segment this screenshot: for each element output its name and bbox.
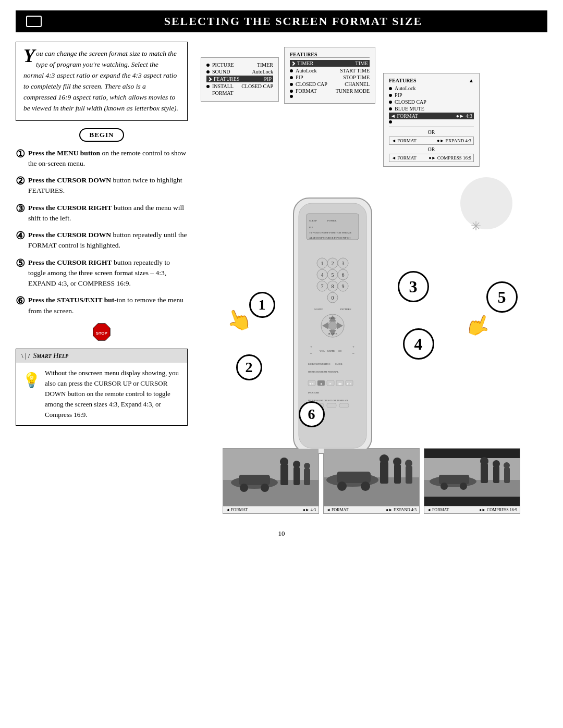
svg-text:4: 4 xyxy=(321,272,323,278)
svg-text:►: ► xyxy=(329,382,332,385)
svg-point-103 xyxy=(493,460,500,467)
svg-text:POWER: POWER xyxy=(327,219,337,222)
menu-screen-3: FEATURES ▲ AutoLock PIP CLOSED CAP xyxy=(383,73,480,167)
remote-illustration: SLEEP POWER PIP TV VOD ON/OFF POSITION F… xyxy=(221,177,523,438)
bullet-icon xyxy=(389,120,392,124)
tv-label-expand: ◄ FORMAT ●► EXPAND 4:3 xyxy=(324,506,419,513)
bullet-icon xyxy=(206,70,210,73)
svg-text:8: 8 xyxy=(331,283,334,289)
format-label-43: ◄ FORMAT xyxy=(226,508,248,512)
step-2-number: ② xyxy=(16,175,25,187)
svg-text:3: 3 xyxy=(341,261,344,266)
step-circle-2: 2 xyxy=(236,354,262,380)
svg-rect-4 xyxy=(307,214,359,240)
svg-point-86 xyxy=(380,454,389,464)
svg-rect-87 xyxy=(394,464,401,484)
menu-row: FORMAT xyxy=(206,90,273,96)
format-row-compress: ◄ FORMAT●► COMPRESS 16:9 xyxy=(389,154,474,162)
svg-point-72 xyxy=(261,484,269,492)
bullet-icon xyxy=(290,69,293,72)
tv-screen-expand xyxy=(324,449,419,506)
svg-text:ALM SWAP SOURCE PIP CH PIP CH: ALM SWAP SOURCE PIP CH PIP CH xyxy=(309,237,351,239)
step-circle-6: 6 xyxy=(299,401,325,427)
svg-point-74 xyxy=(280,458,288,466)
svg-text:6: 6 xyxy=(341,272,344,278)
begin-button-area: BEGIN xyxy=(16,128,188,142)
right-column: PICTURETIMER SOUNDAutoLock FEATURESPIP I… xyxy=(195,42,547,514)
svg-text:■■: ■■ xyxy=(338,382,341,385)
svg-rect-64 xyxy=(327,403,336,408)
bottom-tv-images: ◄ FORMAT ●► 4:3 xyxy=(195,448,547,514)
svg-rect-100 xyxy=(481,463,488,483)
tv-image-43: ◄ FORMAT ●► 4:3 xyxy=(223,448,319,514)
svg-text:STOP: STOP xyxy=(96,330,107,335)
left-column: Y ou can change the screen format size t… xyxy=(16,42,188,514)
svg-text:+: + xyxy=(310,345,312,349)
step-4-number: ④ xyxy=(16,230,25,241)
svg-rect-65 xyxy=(339,403,349,408)
smart-help-header: \ | / Smart Help xyxy=(16,349,187,363)
menu-row xyxy=(290,95,370,98)
svg-point-37 xyxy=(328,322,337,330)
svg-text:SOUND: SOUND xyxy=(314,308,324,311)
menu-row: PICTURETIMER xyxy=(206,62,273,68)
tv-screen-compress xyxy=(424,449,520,506)
step-2: ② Press the CURSOR DOWN button twice to … xyxy=(16,175,188,196)
step-3-number: ③ xyxy=(16,203,25,214)
format-row-expand: ◄ FORMAT●► EXPAND 4:3 xyxy=(389,137,474,145)
step-4: ④ Press the CURSOR DOWN button repeatedl… xyxy=(16,230,188,251)
tv-image-expand: ◄ FORMAT ●► EXPAND 4:3 xyxy=(323,448,420,514)
step-2-text: Press the CURSOR DOWN button twice to hi… xyxy=(28,175,188,196)
svg-point-83 xyxy=(337,482,347,491)
svg-text:+: + xyxy=(352,345,354,349)
svg-text:2: 2 xyxy=(331,261,334,266)
step-1-text: Press the MENU button on the remote cont… xyxy=(28,148,188,169)
menu-row-features: FEATURESPIP xyxy=(206,76,273,82)
svg-rect-73 xyxy=(280,464,288,485)
page-title: Selecting the Screen Format Size xyxy=(50,15,537,28)
svg-point-76 xyxy=(293,461,300,468)
menu-row xyxy=(389,120,474,124)
step-5-text: Press the CURSOR RIGHT button repeatedly… xyxy=(28,257,188,289)
svg-text:PICTURE: PICTURE xyxy=(340,308,351,311)
circle-decoration xyxy=(460,177,512,229)
svg-point-90 xyxy=(405,460,412,467)
svg-text:PIP: PIP xyxy=(309,226,313,229)
bullet-icon xyxy=(206,85,210,88)
stop-button-area: STOP xyxy=(16,323,188,341)
begin-label[interactable]: BEGIN xyxy=(79,128,125,142)
svg-text:SLEEP: SLEEP xyxy=(309,219,317,222)
or-label-2: OR xyxy=(389,146,474,152)
tv-screen-43 xyxy=(223,449,319,506)
svg-text:VOL: VOL xyxy=(320,350,325,352)
svg-text:9: 9 xyxy=(341,283,344,289)
slash-icon: \ | / xyxy=(21,352,30,360)
menu-row: AutoLockSTART TIME xyxy=(290,68,370,73)
svg-point-99 xyxy=(460,483,467,490)
svg-rect-102 xyxy=(493,466,499,483)
menu-row: INSTALLCLOSED CAP xyxy=(206,83,273,89)
svg-rect-93 xyxy=(424,497,520,506)
hand-icon-right: 👆 xyxy=(462,309,495,341)
tv-icon xyxy=(26,16,42,27)
svg-rect-92 xyxy=(424,449,520,458)
steps-list: ① Press the MENU button on the remote co… xyxy=(16,148,188,316)
bullet-icon xyxy=(389,94,392,97)
tv-image-compress: ◄ FORMAT ●► COMPRESS 16:9 xyxy=(424,448,520,514)
bullet-icon xyxy=(290,95,293,98)
step-circle-1: 1 xyxy=(249,292,275,318)
svg-text:INCR SURR: INCR SURR xyxy=(308,391,319,394)
remote-svg-wrapper: SLEEP POWER PIP TV VOD ON/OFF POSITION F… xyxy=(273,182,393,476)
svg-text:TV VOD ON/OFF POSITION FREEZE: TV VOD ON/OFF POSITION FREEZE xyxy=(309,231,351,234)
menu-row: FORMATTUNER MODE xyxy=(290,88,370,94)
menu-screen-2: FEATURES TIMERTIME AutoLockSTART TIME PI… xyxy=(284,47,375,104)
format-label-expand: ◄ FORMAT xyxy=(326,508,348,512)
svg-point-101 xyxy=(480,457,488,465)
silhouette-compress xyxy=(424,449,520,506)
tv-label-compress: ◄ FORMAT ●► COMPRESS 16:9 xyxy=(424,506,520,513)
svg-text:1: 1 xyxy=(321,261,323,266)
step-circle-5: 5 xyxy=(486,281,518,313)
svg-text:CH: CH xyxy=(338,350,341,352)
menu-row: BLUE MUTE xyxy=(389,106,474,112)
format-value-43: ●► 4:3 xyxy=(303,508,316,512)
